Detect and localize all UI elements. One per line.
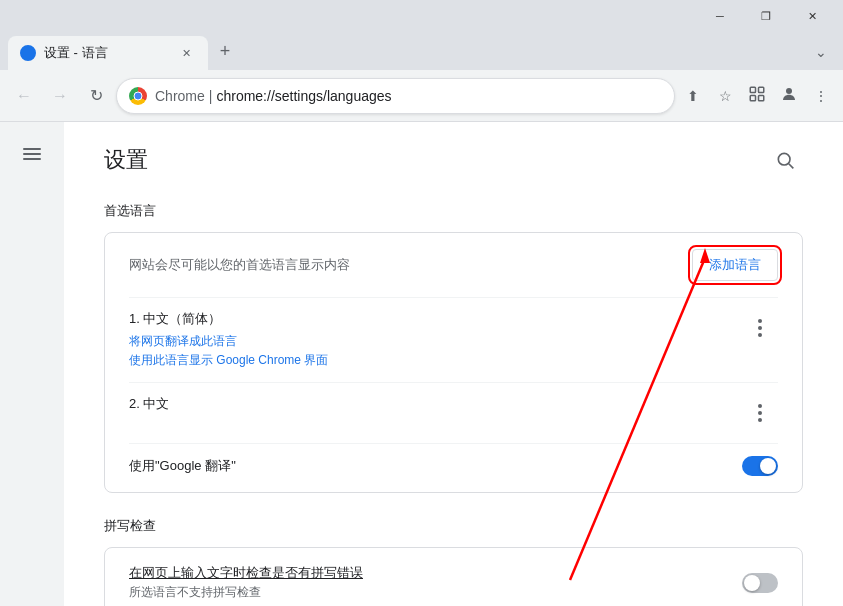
lang-1-display-link[interactable]: 使用此语言显示 Google Chrome 界面 (129, 351, 328, 370)
star-icon: ☆ (719, 88, 732, 104)
svg-rect-2 (750, 96, 755, 101)
lang-1-translate-link[interactable]: 将网页翻译成此语言 (129, 332, 328, 351)
dot-3 (758, 333, 762, 337)
lang-1-name: 1. 中文（简体） (129, 310, 328, 328)
svg-rect-1 (759, 87, 764, 92)
page-title: 设置 (104, 145, 148, 175)
spell-row: 在网页上输入文字时检查是否有拼写错误 所选语言不支持拼写检查 (129, 564, 778, 601)
spell-section-title: 拼写检查 (104, 517, 803, 535)
hamburger-menu-button[interactable] (12, 134, 52, 174)
card-description: 网站会尽可能以您的首选语言显示内容 (129, 256, 350, 274)
spell-info: 在网页上输入文字时检查是否有拼写错误 所选语言不支持拼写检查 (129, 564, 363, 601)
forward-icon: → (52, 87, 68, 105)
titlebar-controls: ─ ❐ ✕ (697, 0, 835, 32)
tab-search-button[interactable]: ⌄ (807, 38, 835, 66)
menu-bar-1 (23, 148, 41, 150)
site-icon (129, 87, 147, 105)
translate-toggle[interactable] (742, 456, 778, 476)
tab-close-icon: ✕ (182, 47, 191, 60)
lang-1-info: 1. 中文（简体） 将网页翻译成此语言 使用此语言显示 Google Chrom… (129, 310, 328, 370)
card-header: 网站会尽可能以您的首选语言显示内容 添加语言 (129, 249, 778, 281)
new-tab-button[interactable]: + (208, 34, 242, 68)
dot-1 (758, 319, 762, 323)
chrome-logo-icon (129, 87, 147, 105)
active-tab[interactable]: 设置 - 语言 ✕ (8, 36, 208, 70)
url-text: Chrome | chrome://settings/languages (155, 88, 662, 104)
svg-rect-3 (759, 96, 764, 101)
browser-window: ─ ❐ ✕ 设置 - 语言 ✕ + ⌄ (0, 0, 843, 606)
translate-row: 使用"Google 翻译" (129, 443, 778, 476)
search-icon (775, 150, 795, 170)
toolbar-right: ⬆ ☆ (679, 82, 835, 110)
restore-icon: ❐ (761, 10, 771, 23)
minimize-button[interactable]: ─ (697, 0, 743, 32)
chevron-down-icon: ⌄ (815, 44, 827, 60)
main-content: 设置 首选语言 网站会尽可能以您的首选语言显示内容 添加语言 (0, 122, 843, 606)
spell-title-part2: 输入文字时检查是否有拼写错误 (181, 565, 363, 580)
tabbar: 设置 - 语言 ✕ + ⌄ (0, 32, 843, 70)
extension-button[interactable] (743, 82, 771, 110)
preferred-lang-section-title: 首选语言 (104, 202, 803, 220)
forward-button[interactable]: → (44, 80, 76, 112)
dot-4 (758, 404, 762, 408)
lang-item-2: 2. 中文 (129, 382, 778, 443)
url-chrome-part: Chrome (155, 88, 205, 104)
bookmark-button[interactable]: ☆ (711, 82, 739, 110)
spell-title: 在网页上输入文字时检查是否有拼写错误 (129, 564, 363, 582)
dot-5 (758, 411, 762, 415)
profile-icon (780, 85, 798, 106)
lang-2-info: 2. 中文 (129, 395, 169, 417)
spell-subtitle: 所选语言不支持拼写检查 (129, 584, 363, 601)
preferred-lang-card: 网站会尽可能以您的首选语言显示内容 添加语言 1. 中文（简体） 将网页翻译成此… (104, 232, 803, 493)
titlebar: ─ ❐ ✕ (0, 0, 843, 32)
plus-icon: + (220, 41, 231, 62)
url-bar[interactable]: Chrome | chrome://settings/languages (116, 78, 675, 114)
tab-title: 设置 - 语言 (44, 44, 168, 62)
add-language-button[interactable]: 添加语言 (692, 249, 778, 281)
settings-icon (20, 45, 36, 61)
url-path-part: chrome://settings/languages (216, 88, 391, 104)
tab-favicon (20, 45, 36, 61)
page-header: 设置 (104, 142, 803, 178)
restore-button[interactable]: ❐ (743, 0, 789, 32)
spell-check-card: 在网页上输入文字时检查是否有拼写错误 所选语言不支持拼写检查 (104, 547, 803, 606)
profile-button[interactable] (775, 82, 803, 110)
dot-2 (758, 326, 762, 330)
spell-check-toggle[interactable] (742, 573, 778, 593)
dot-6 (758, 418, 762, 422)
addressbar: ← → ↻ Chrome | chrome://settings/languag… (0, 70, 843, 122)
lang-2-name: 2. 中文 (129, 395, 169, 413)
tab-close-button[interactable]: ✕ (176, 43, 196, 63)
search-button[interactable] (767, 142, 803, 178)
svg-point-4 (786, 88, 792, 94)
spell-title-underline: 上 (168, 565, 181, 580)
translate-label: 使用"Google 翻译" (129, 457, 236, 475)
svg-line-6 (789, 164, 794, 169)
lang-2-more-button[interactable] (742, 395, 778, 431)
lang-1-more-button[interactable] (742, 310, 778, 346)
settings-page-content: 设置 首选语言 网站会尽可能以您的首选语言显示内容 添加语言 (64, 122, 843, 606)
minimize-icon: ─ (716, 10, 724, 22)
tabbar-right: ⌄ (242, 38, 843, 70)
reload-button[interactable]: ↻ (80, 80, 112, 112)
menu-bar-2 (23, 153, 41, 155)
url-divider: | (209, 88, 213, 104)
sidebar (0, 122, 64, 606)
svg-point-5 (778, 153, 790, 165)
spell-title-part1: 在网页 (129, 565, 168, 580)
more-vert-icon: ⋮ (814, 88, 828, 104)
extension-icon (748, 85, 766, 106)
reload-icon: ↻ (90, 86, 103, 105)
share-icon: ⬆ (687, 88, 699, 104)
svg-rect-0 (750, 87, 755, 92)
share-button[interactable]: ⬆ (679, 82, 707, 110)
close-button[interactable]: ✕ (789, 0, 835, 32)
back-button[interactable]: ← (8, 80, 40, 112)
chrome-menu-button[interactable]: ⋮ (807, 82, 835, 110)
back-icon: ← (16, 87, 32, 105)
close-icon: ✕ (808, 10, 817, 23)
lang-item-1: 1. 中文（简体） 将网页翻译成此语言 使用此语言显示 Google Chrom… (129, 297, 778, 382)
menu-bar-3 (23, 158, 41, 160)
